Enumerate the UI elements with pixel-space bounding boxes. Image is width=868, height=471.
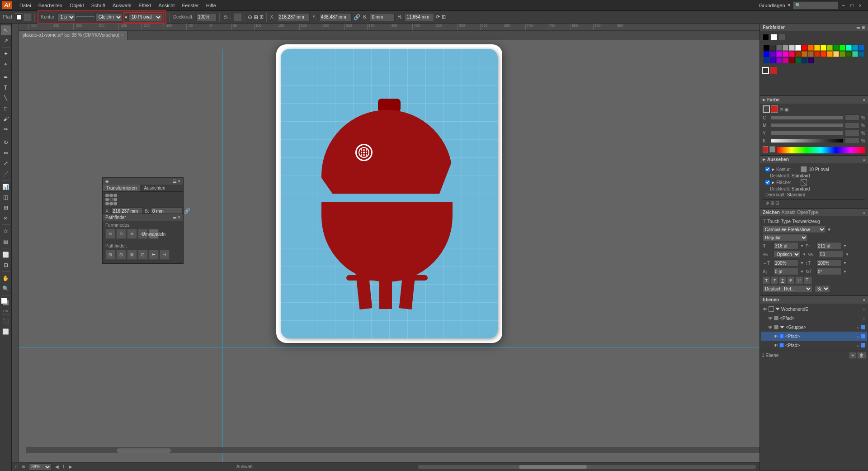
divide-btn[interactable]: ⊞ xyxy=(105,250,115,260)
kontur-vis-checkbox[interactable] xyxy=(765,167,770,171)
swatch-none[interactable] xyxy=(779,34,785,40)
ebenen-menu[interactable]: ≡ xyxy=(863,298,865,302)
tab-ausrichten[interactable]: Ausrichten xyxy=(140,185,169,191)
search-box[interactable]: 🔍 xyxy=(793,1,838,10)
zeichen-menu[interactable]: ≡ xyxy=(863,210,865,215)
deckkraft-input[interactable] xyxy=(196,13,217,21)
fill-stroke-colors[interactable] xyxy=(1,298,11,308)
y-value-box[interactable] xyxy=(845,130,859,136)
layer-pfad-3[interactable]: 👁 <Pfad> ○ xyxy=(761,341,867,350)
color-mode-btns[interactable]: □ ○ xyxy=(3,309,8,313)
menu-fenster[interactable]: Fenster xyxy=(178,0,202,11)
brush-tool[interactable]: 🖌 xyxy=(1,114,11,124)
p-swatch-21[interactable] xyxy=(789,51,795,57)
color-fill-selector[interactable] xyxy=(771,105,778,113)
status-icon1[interactable]: □ xyxy=(15,464,18,469)
position-grid[interactable] xyxy=(105,194,180,205)
p-swatch-34[interactable] xyxy=(770,57,776,63)
icon2[interactable]: ⊞ xyxy=(254,14,258,20)
shape-tool[interactable]: □ xyxy=(1,104,11,114)
pathfinder-close[interactable]: × xyxy=(178,215,180,220)
scrollbar-thumb-h[interactable] xyxy=(117,448,171,453)
p-swatch-27[interactable] xyxy=(827,51,833,57)
size-input[interactable] xyxy=(774,242,798,249)
layer-wochenende[interactable]: 👁 WochenendE ○ xyxy=(761,304,867,314)
layer-circle-icon-5[interactable]: ○ xyxy=(857,343,859,348)
k-slider-track[interactable] xyxy=(771,139,843,143)
hyphen-select[interactable]: 3a xyxy=(814,285,830,292)
p-swatch-5[interactable] xyxy=(789,45,795,51)
p-swatch-36[interactable] xyxy=(783,57,788,63)
strikethrough-btn[interactable]: T xyxy=(787,276,794,284)
prev-color-box[interactable] xyxy=(769,146,775,152)
type-tool[interactable]: T xyxy=(1,83,11,93)
deckkraft2-value[interactable]: Standard xyxy=(792,186,810,191)
status-icon2[interactable]: ⊕ xyxy=(22,464,25,469)
artboard-tool[interactable]: ⬜ xyxy=(1,250,11,260)
p-swatch-38[interactable] xyxy=(795,57,801,63)
p-swatch-28[interactable] xyxy=(833,51,839,57)
baseline-input[interactable] xyxy=(774,268,798,275)
gradient-tool[interactable]: ◫ xyxy=(1,192,11,202)
flaeche-expand-icon[interactable]: ▶ xyxy=(772,181,774,185)
rotate-input[interactable] xyxy=(816,268,841,275)
menu-datei[interactable]: Datei xyxy=(16,0,35,11)
minimize-btn[interactable]: − xyxy=(840,3,846,8)
layer-vis-icon-3[interactable]: 👁 xyxy=(768,325,773,330)
p-swatch-10[interactable] xyxy=(821,45,826,51)
zeichen-header[interactable]: Zeichen Absatz OpenType ≡ xyxy=(760,209,868,216)
line-tool[interactable]: ╲ xyxy=(1,93,11,103)
delete-layer-btn[interactable]: 🗑 xyxy=(857,352,866,359)
merge-btn[interactable]: ⊠ xyxy=(127,250,137,260)
farbe-menu[interactable]: ≡ xyxy=(863,98,865,102)
color-spectrum-bar[interactable] xyxy=(777,147,865,153)
kontur-swatch[interactable] xyxy=(801,166,807,172)
h-scroll-track[interactable] xyxy=(418,465,756,469)
m-slider[interactable] xyxy=(771,124,843,127)
pen-tool[interactable]: ✒ xyxy=(1,72,11,82)
x-input[interactable] xyxy=(277,13,310,21)
stil-box[interactable] xyxy=(234,13,242,21)
scale-tool[interactable]: ⤢ xyxy=(1,158,11,168)
font-menu-icon[interactable]: ▼ xyxy=(827,227,831,232)
transform-panel-close[interactable]: × xyxy=(178,179,180,184)
lock-icon[interactable]: 🔗 xyxy=(354,14,360,20)
underline-btn[interactable]: T xyxy=(779,276,786,284)
menu-auswahl[interactable]: Auswahl xyxy=(109,0,135,11)
layer-vis-icon[interactable]: 👁 xyxy=(763,307,767,312)
icon3[interactable]: ⊞ xyxy=(259,14,264,20)
font-style-select[interactable]: Regular xyxy=(763,234,808,241)
p-swatch-33[interactable] xyxy=(764,57,769,63)
p-swatch-40[interactable] xyxy=(808,57,814,63)
p-swatch-26[interactable] xyxy=(821,51,826,57)
p-swatch-7[interactable] xyxy=(802,45,807,51)
rotate-tool[interactable]: ↻ xyxy=(1,138,11,147)
menu-hilfe[interactable]: Hilfe xyxy=(203,0,220,11)
leading-arrow[interactable]: ▼ xyxy=(843,244,847,248)
color-spectrum-icon[interactable]: ≋ xyxy=(780,107,783,112)
umwandeln-btn[interactable]: Umwandeln xyxy=(149,229,159,239)
c-slider[interactable] xyxy=(771,116,843,119)
p-swatch-29[interactable] xyxy=(840,51,845,57)
farbfelder-header[interactable]: Farbfelder ☰ ⊞ xyxy=(760,24,868,31)
align-icon[interactable]: ⊞ xyxy=(442,14,446,20)
pathfinder-menu[interactable]: ☰ xyxy=(173,215,177,220)
menu-objekt[interactable]: Objekt xyxy=(66,0,88,11)
hand-tool[interactable]: ✋ xyxy=(1,273,11,283)
language-select[interactable]: Deutsch: Ref... xyxy=(763,285,812,292)
aussehen-menu[interactable]: ≡ xyxy=(863,157,865,162)
new-layer-btn[interactable]: + xyxy=(849,352,856,359)
layer-vis-icon-2[interactable]: 👁 xyxy=(768,316,773,321)
layer-circle-icon-2[interactable]: ○ xyxy=(863,316,865,321)
subscript-btn[interactable]: T↓ xyxy=(804,276,811,284)
transform-panel-header[interactable]: ◈ ☰ × xyxy=(103,178,183,185)
swatch-black[interactable] xyxy=(763,34,769,40)
k-value-box[interactable] xyxy=(845,138,859,144)
restore-btn[interactable]: □ xyxy=(849,3,855,8)
blend-tool[interactable]: ∞ xyxy=(1,213,11,223)
p-swatch-13[interactable] xyxy=(840,45,845,51)
graph-tool[interactable]: 📊 xyxy=(1,182,11,192)
p-swatch-31[interactable] xyxy=(852,51,858,57)
p-swatch-17[interactable] xyxy=(764,51,769,57)
p-swatch-32[interactable] xyxy=(859,51,864,57)
